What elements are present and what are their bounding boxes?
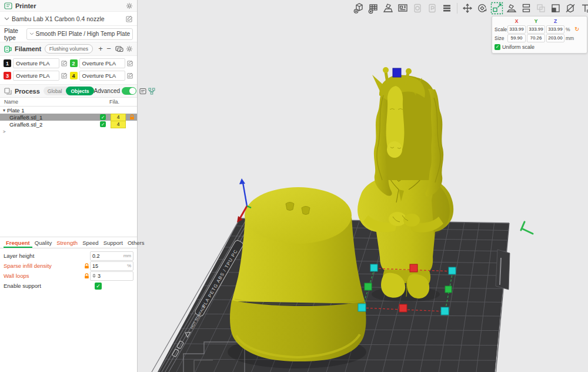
gizmo-corner-cube[interactable]: [449, 267, 456, 274]
gizmo-x-cube[interactable]: [399, 304, 407, 312]
filament-settings-gear-icon[interactable]: [126, 45, 133, 52]
plate-tree-item[interactable]: ▾ Plate 1: [0, 107, 137, 114]
gizmo-corner-cube[interactable]: [370, 264, 377, 271]
tree-more-row[interactable]: >: [0, 128, 137, 135]
global-objects-switch[interactable]: Global Objects: [44, 87, 94, 95]
process-tree-icon[interactable]: [148, 88, 155, 95]
scale-x-input[interactable]: [507, 25, 526, 34]
filament-slot-4: 4 Overture PLA: [70, 70, 134, 81]
tab-others[interactable]: Others: [125, 238, 147, 248]
lay-flat-icon[interactable]: [505, 1, 518, 15]
object-name: Giraffe8.stl_2: [9, 121, 100, 128]
layers-icon[interactable]: [440, 1, 453, 15]
printable-checkbox[interactable]: ✓: [100, 114, 106, 120]
edit-printer-icon[interactable]: [126, 15, 133, 22]
auto-orient-icon[interactable]: [382, 1, 395, 15]
advanced-toggle[interactable]: [122, 87, 136, 95]
enable-support-row: Enable support ✓: [4, 281, 133, 290]
filament-name-box[interactable]: Overture PLA: [79, 71, 126, 81]
flushing-volumes-button[interactable]: Flushing volumes: [45, 44, 93, 54]
gizmo-y-cube[interactable]: [365, 283, 372, 290]
gizmo-x-cube[interactable]: [410, 264, 417, 272]
tab-frequent[interactable]: Frequent: [4, 238, 32, 248]
tab-quality[interactable]: Quality: [32, 238, 55, 248]
color-paint-icon[interactable]: [549, 1, 562, 15]
dropdown-caret-icon: [4, 17, 9, 21]
filament-color-chip[interactable]: 4: [70, 72, 78, 79]
gizmo-z-cube[interactable]: [393, 68, 401, 77]
object-row[interactable]: Giraffe8.stl_2 ✓ 4: [0, 121, 137, 128]
gizmo-corner-cube[interactable]: [358, 304, 366, 311]
printable-checkbox[interactable]: ✓: [100, 121, 106, 127]
reset-scale-icon[interactable]: ↻: [574, 26, 579, 32]
filament-color-chip[interactable]: 3: [4, 72, 11, 79]
objects-toggle[interactable]: Objects: [66, 87, 93, 95]
param-lock-icon[interactable]: [84, 263, 89, 269]
tab-strength[interactable]: Strength: [54, 238, 80, 248]
filament-section-title: Filament: [15, 45, 41, 52]
global-toggle[interactable]: Global: [44, 88, 66, 94]
param-lock-icon[interactable]: [84, 273, 89, 279]
size-row-label: Size: [495, 35, 507, 41]
wall-loops-label: Wall loops: [4, 273, 83, 279]
process-section-title: Process: [15, 88, 40, 95]
arrange-icon[interactable]: [396, 1, 409, 15]
merge-disabled-icon: [534, 1, 547, 15]
printer-settings-gear-icon[interactable]: [126, 2, 133, 9]
prime-disabled-icon: [426, 1, 439, 15]
size-y-input[interactable]: [527, 34, 545, 42]
filament-name-box[interactable]: Overture PLA: [13, 71, 59, 81]
enable-support-checkbox[interactable]: ✓: [95, 283, 102, 290]
edit-filament-icon[interactable]: [127, 72, 133, 79]
tree-collapse-caret-icon[interactable]: ▾: [1, 108, 7, 113]
add-filament-button[interactable]: +: [96, 46, 105, 52]
scale-z-input[interactable]: [546, 25, 564, 34]
filament-color-chip[interactable]: 2: [70, 59, 78, 67]
move-tool-icon[interactable]: [461, 1, 474, 15]
process-icon: [4, 88, 12, 95]
filament-name-box[interactable]: Overture PLA: [13, 58, 59, 68]
plate-type-dropdown[interactable]: Smooth PEI Plate / High Temp Plate: [26, 28, 133, 40]
uniform-scale-checkbox[interactable]: ✓: [495, 44, 500, 50]
size-unit: mm: [566, 35, 574, 41]
gizmo-corner-cube[interactable]: [441, 307, 449, 315]
edit-filament-icon[interactable]: [127, 60, 133, 67]
wall-loops-row: Wall loops 3: [4, 271, 133, 280]
lock-icon[interactable]: [129, 114, 135, 120]
wall-loops-input[interactable]: 3: [90, 271, 133, 281]
printer-preset-value: Bambu Lab X1 Carbon 0.4 nozzle: [12, 15, 105, 22]
split-icon[interactable]: [520, 1, 533, 15]
stepper-arrows[interactable]: [92, 274, 96, 278]
scale-y-input[interactable]: [527, 25, 545, 34]
filament-name-box[interactable]: Overture PLA: [79, 58, 126, 68]
process-list-icon[interactable]: [139, 88, 146, 95]
rotate-tool-icon[interactable]: [476, 1, 489, 15]
tree-expand-caret-icon[interactable]: >: [1, 129, 7, 134]
tab-support[interactable]: Support: [101, 238, 125, 248]
viewport-toolbar: [352, 1, 588, 15]
tab-speed[interactable]: Speed: [80, 238, 101, 248]
text-tool-icon[interactable]: [579, 1, 588, 15]
layer-height-input[interactable]: 0.2 mm: [90, 251, 133, 261]
add-model-icon[interactable]: [352, 1, 365, 15]
object-filament-cell[interactable]: 4: [111, 121, 126, 128]
axis-y-header: Y: [527, 18, 545, 24]
remove-filament-button[interactable]: −: [105, 46, 113, 52]
gizmo-y-cube[interactable]: [445, 286, 452, 293]
edit-filament-icon[interactable]: [61, 60, 68, 67]
filament-color-chip[interactable]: 1: [4, 59, 11, 67]
scale-tool-icon-active[interactable]: [490, 1, 503, 15]
cut-tool-icon[interactable]: [564, 1, 577, 15]
base-model[interactable]: [230, 187, 366, 361]
wall-loops-value: 3: [98, 273, 131, 279]
object-row-selected[interactable]: Giraffe8.stl_1 ✓ 4: [0, 114, 137, 121]
printer-preset-dropdown[interactable]: Bambu Lab X1 Carbon 0.4 nozzle: [0, 12, 137, 26]
axis-z-header: Z: [546, 18, 564, 24]
edit-filament-icon[interactable]: [61, 72, 68, 79]
ams-sync-icon[interactable]: [115, 45, 123, 52]
printer-section-title: Printer: [15, 2, 36, 9]
size-z-input[interactable]: [546, 34, 564, 42]
size-x-input[interactable]: [507, 34, 526, 42]
add-plate-icon[interactable]: [367, 1, 380, 15]
infill-density-input[interactable]: 15 %: [90, 261, 133, 271]
